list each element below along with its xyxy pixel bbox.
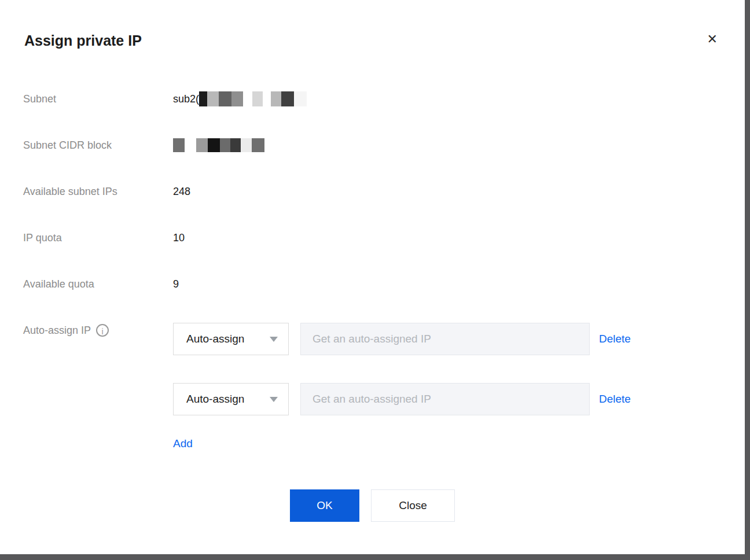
available-quota-row: Available quota 9 <box>23 277 745 323</box>
auto-assign-ip-row: Auto-assign IP i Auto-assign Delete Auto… <box>23 323 745 450</box>
ok-button[interactable]: OK <box>290 489 359 522</box>
available-subnet-ips-value: 248 <box>173 184 190 199</box>
subnet-value: sub2( <box>173 91 307 106</box>
assign-private-ip-dialog: Assign private IP ✕ Subnet sub2( Subnet … <box>0 0 745 554</box>
available-subnet-ips-row: Available subnet IPs 248 <box>23 184 745 230</box>
ip-mode-select-2-value: Auto-assign <box>186 393 244 406</box>
add-link[interactable]: Add <box>173 437 631 450</box>
subnet-label: Subnet <box>23 91 173 106</box>
ip-input-2[interactable] <box>300 383 590 415</box>
delete-link-2[interactable]: Delete <box>599 393 631 406</box>
delete-link-1[interactable]: Delete <box>599 333 631 345</box>
subnet-cidr-row: Subnet CIDR block <box>23 138 745 184</box>
subnet-redacted-value <box>199 91 307 106</box>
auto-assign-ip-label-group: Auto-assign IP i <box>23 323 173 338</box>
close-icon[interactable]: ✕ <box>707 32 718 46</box>
close-button[interactable]: Close <box>371 489 455 522</box>
subnet-cidr-label: Subnet CIDR block <box>23 138 173 153</box>
ip-quota-value: 10 <box>173 230 185 245</box>
ip-quota-row: IP quota 10 <box>23 230 745 277</box>
auto-assign-entry-2: Auto-assign Delete <box>173 383 631 415</box>
subnet-value-prefix: sub2( <box>173 91 199 106</box>
dialog-title: Assign private IP <box>24 31 142 50</box>
ip-quota-label: IP quota <box>23 230 173 245</box>
available-quota-label: Available quota <box>23 277 173 292</box>
auto-assign-entry-1: Auto-assign Delete <box>173 323 631 355</box>
available-subnet-ips-label: Available subnet IPs <box>23 184 173 199</box>
auto-assign-ip-label: Auto-assign IP <box>23 323 91 338</box>
chevron-down-icon <box>270 337 278 342</box>
available-quota-value: 9 <box>173 277 179 292</box>
auto-assign-entries: Auto-assign Delete Auto-assign Delete Ad… <box>173 323 631 450</box>
dialog-form: Subnet sub2( Subnet CIDR block Available… <box>0 91 745 450</box>
info-icon[interactable]: i <box>96 324 109 337</box>
chevron-down-icon <box>270 397 278 402</box>
ip-mode-select-1-value: Auto-assign <box>186 333 244 345</box>
dialog-footer: OK Close <box>0 489 745 522</box>
subnet-row: Subnet sub2( <box>23 91 745 138</box>
subnet-cidr-redacted-value <box>173 138 264 152</box>
ip-mode-select-2[interactable]: Auto-assign <box>173 383 289 415</box>
subnet-cidr-value <box>173 138 264 152</box>
ip-input-1[interactable] <box>300 323 590 355</box>
dialog-header: Assign private IP ✕ <box>0 0 745 50</box>
ip-mode-select-1[interactable]: Auto-assign <box>173 323 289 355</box>
